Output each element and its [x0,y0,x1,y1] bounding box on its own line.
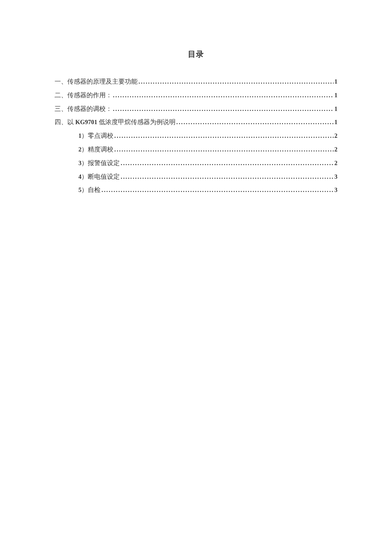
toc-entry: 2）精度调校 2 [55,145,337,154]
toc-label: 2）精度调校 [78,145,113,154]
toc-label: 1）零点调校 [78,131,113,140]
toc-label: 四、以 KG9701 低浓度甲烷传感器为例说明 [55,118,176,126]
toc-entry: 三、传感器的调校： 1 [55,105,337,113]
toc-leader-dots [113,91,334,99]
toc-page-number: 1 [334,118,337,126]
toc-label: 二、传感器的作用： [55,91,112,99]
toc-entry: 3）报警值设定 2 [55,159,337,167]
toc-entry: 1）零点调校 2 [55,131,337,140]
table-of-contents: 一、传感器的原理及主要功能 1 二、传感器的作用： 1 三、传感器的调校： 1 … [55,77,337,195]
toc-label: 4）断电值设定 [78,172,120,181]
toc-page-number: 2 [334,145,337,154]
toc-leader-dots [114,131,334,140]
toc-entry: 5）自检 3 [55,186,337,194]
toc-entry: 四、以 KG9701 低浓度甲烷传感器为例说明 1 [55,118,337,126]
toc-leader-dots [114,145,334,154]
toc-page-number: 2 [334,159,337,167]
toc-label: 一、传感器的原理及主要功能 [55,77,138,86]
toc-leader-dots [101,186,334,194]
toc-title: 目录 [55,49,337,59]
toc-page-number: 3 [334,172,337,181]
toc-page-number: 1 [334,91,337,99]
toc-page-number: 3 [334,186,337,194]
toc-page-number: 2 [334,131,337,140]
toc-leader-dots [121,159,334,167]
toc-entry: 二、传感器的作用： 1 [55,91,337,99]
toc-page-number: 1 [334,77,337,86]
toc-leader-dots [113,105,334,113]
toc-page-number: 1 [334,105,337,113]
toc-label: 3）报警值设定 [78,159,120,167]
toc-entry: 4）断电值设定 3 [55,172,337,181]
toc-leader-dots [176,118,334,126]
toc-label: 三、传感器的调校： [55,105,112,113]
toc-entry: 一、传感器的原理及主要功能 1 [55,77,337,86]
toc-label: 5）自检 [78,186,101,194]
toc-leader-dots [138,77,334,86]
toc-leader-dots [121,172,334,181]
